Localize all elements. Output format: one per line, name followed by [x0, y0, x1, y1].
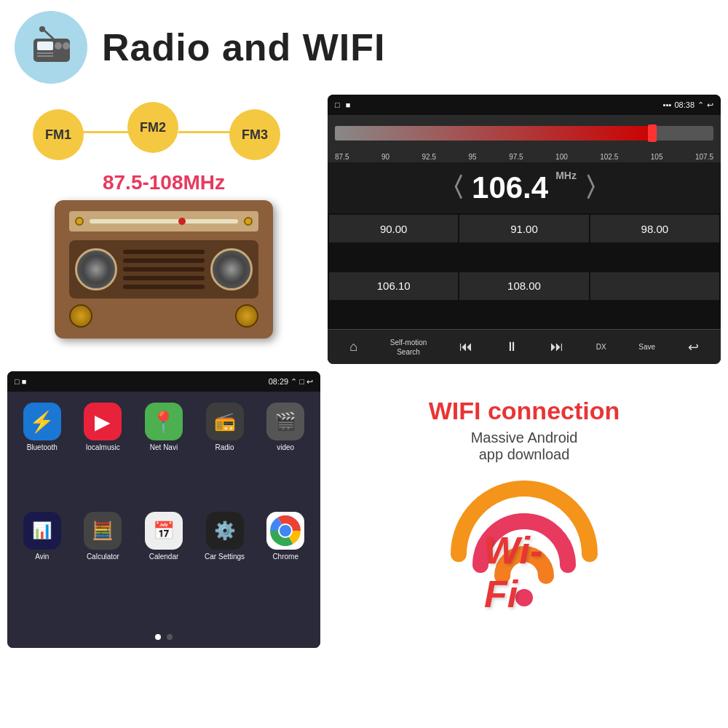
radio-big-knob-left [69, 304, 92, 328]
radio-grill [69, 240, 258, 298]
page-title: Radio and WIFI [102, 25, 386, 69]
freq-label-6: 100 [555, 153, 568, 161]
preset-cell-5[interactable]: 108.00 [459, 272, 588, 300]
avin-symbol: 📊 [32, 521, 52, 540]
save-button[interactable]: Save [638, 343, 655, 351]
header-section: Radio and WIFI [0, 0, 728, 95]
calendar-symbol: 📅 [153, 521, 175, 541]
fm-diagram: FM1 FM2 FM3 [25, 102, 302, 167]
svg-point-10 [280, 525, 291, 537]
preset-cell-1[interactable]: 90.00 [329, 215, 458, 242]
freq-next-arrow[interactable]: 〉 [584, 170, 610, 206]
preset-cell-3[interactable]: 98.00 [590, 215, 719, 242]
status-home-icon: □ [335, 100, 340, 109]
app-grid: ⚡ Bluetooth ▶ localmusic 📍 Net Navi 📻 [7, 392, 320, 626]
status-wifi-icon: ⌃ [697, 100, 704, 110]
bluetooth-symbol: ⚡ [29, 410, 55, 434]
radio-knobs-row [69, 304, 258, 328]
freq-prev-arrow[interactable]: 〈 [438, 170, 464, 206]
calculator-symbol: 🧮 [92, 521, 114, 541]
freq-label-4: 95 [469, 153, 477, 161]
radio-screen-panel: □ ■ ▪▪▪ 08:38 ⌃ ↩ 87.5 90 92.5 95 97.5 1… [328, 95, 721, 364]
preset-cell-6 [590, 272, 719, 300]
dx-label: DX [596, 343, 606, 351]
home-button[interactable]: ⌂ [349, 339, 357, 355]
home-statusbar: □ ■ 08:29 ⌃ □ ↩ [7, 371, 320, 392]
chrome-icon-img [266, 512, 304, 550]
bluetooth-icon-img: ⚡ [23, 403, 61, 440]
freq-display: 〈 106.4 MHz 〉 [328, 162, 721, 213]
prev-button[interactable]: ⏮ [459, 339, 472, 355]
prev-icon: ⏮ [459, 339, 472, 355]
netnavi-icon-img: 📍 [145, 403, 183, 440]
status-signal-icon: ▪▪▪ [663, 100, 672, 109]
radio-slider-thumb [178, 218, 186, 225]
video-symbol: 🎬 [274, 411, 296, 432]
middle-row: FM1 FM2 FM3 87.5-108MHz [0, 95, 728, 364]
radio-icon-img: 📻 [206, 403, 244, 440]
play-icon: ⏸ [505, 339, 518, 355]
wifi-logo: Wi-Fi [444, 478, 604, 623]
dot-2 [167, 634, 173, 640]
speaker-left [75, 248, 117, 290]
app-video[interactable]: 🎬 video [258, 403, 313, 506]
left-panel: FM1 FM2 FM3 87.5-108MHz [7, 95, 320, 364]
home-icon: ⌂ [349, 339, 357, 355]
frequency-range: 87.5-108MHz [103, 171, 225, 194]
grill-lines [117, 250, 210, 289]
app-car-settings[interactable]: ⚙️ Car Settings [197, 512, 253, 615]
home-statusbar-right: 08:29 ⌃ □ ↩ [269, 377, 313, 387]
dot-1 [155, 634, 161, 640]
play-button[interactable]: ⏸ [505, 339, 518, 355]
save-label: Save [638, 343, 655, 351]
freq-mhz: MHz [555, 170, 577, 181]
fm2-bubble: FM2 [127, 102, 178, 153]
grill-line-4 [123, 276, 205, 280]
app-avin[interactable]: 📊 Avin [15, 512, 70, 615]
video-icon-img: 🎬 [266, 403, 304, 440]
freq-label-8: 105 [651, 153, 663, 161]
wifi-letter: Wi-Fi [484, 529, 564, 616]
radio-big-knob-right [235, 304, 258, 328]
self-motion-label: Self-motion [390, 339, 427, 347]
svg-point-1 [39, 26, 45, 32]
home-dots [7, 626, 320, 648]
back-button[interactable]: ↩ [688, 339, 699, 355]
preset-grid: 90.00 91.00 98.00 106.10 108.00 [328, 213, 721, 329]
preset-cell-4[interactable]: 106.10 [329, 272, 458, 300]
radio-knob-left [75, 217, 84, 226]
preset-cell-2[interactable]: 91.00 [459, 215, 588, 242]
netnavi-label: Net Navi [150, 443, 178, 451]
freq-label-1: 87.5 [335, 153, 349, 161]
car-settings-icon-img: ⚙️ [206, 512, 244, 550]
speaker-right [210, 248, 253, 290]
radio-icon [28, 24, 75, 71]
wifi-title: WIFI connection [429, 396, 620, 426]
video-label: video [277, 443, 294, 451]
app-localmusic[interactable]: ▶ localmusic [76, 403, 131, 506]
next-button[interactable]: ⏭ [550, 339, 563, 355]
radio-freq-bar [328, 115, 721, 151]
freq-label-3: 92.5 [422, 153, 436, 161]
app-bluetooth[interactable]: ⚡ Bluetooth [15, 403, 70, 506]
radio-app-symbol: 📻 [214, 411, 236, 432]
calculator-icon-img: 🧮 [84, 512, 122, 550]
calendar-icon-img: 📅 [145, 512, 183, 550]
home-statusbar-left: □ ■ [15, 377, 26, 386]
localmusic-label: localmusic [86, 443, 120, 451]
app-calendar[interactable]: 📅 Calendar [136, 512, 191, 615]
app-chrome[interactable]: Chrome [258, 512, 313, 615]
svg-line-0 [44, 30, 53, 39]
freq-fill [335, 126, 657, 141]
search-sublabel: Search [397, 348, 420, 356]
radio-icon-circle [15, 11, 87, 84]
app-netnavi[interactable]: 📍 Net Navi [136, 403, 191, 506]
self-motion-button[interactable]: Self-motion Search [390, 339, 427, 356]
app-calculator[interactable]: 🧮 Calculator [76, 512, 131, 615]
home-status-icons: □ ■ [15, 377, 26, 386]
dx-button[interactable]: DX [596, 343, 606, 351]
radio-slider-track [90, 219, 238, 223]
freq-label-7: 102.5 [600, 153, 618, 161]
back-icon: ↩ [688, 339, 699, 355]
app-radio[interactable]: 📻 Radio [197, 403, 253, 506]
